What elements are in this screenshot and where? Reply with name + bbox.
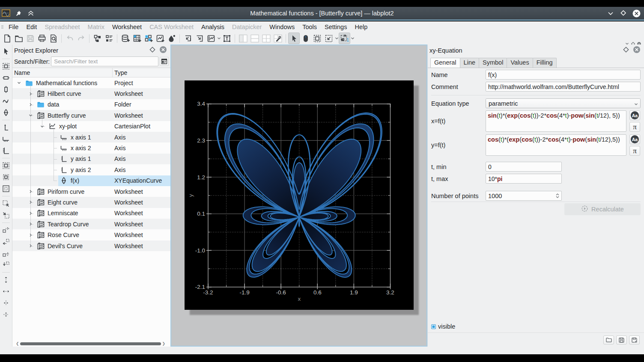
expand-arrow-icon[interactable] — [27, 200, 33, 204]
shift-up-button[interactable] — [1, 248, 11, 258]
tree-horizontal-scrollbar[interactable]: ❮ ❯ — [15, 342, 166, 345]
save-button[interactable] — [24, 33, 36, 44]
comment-input[interactable]: http://mathworld.wolfram.com/ButterflyCu… — [486, 82, 641, 92]
redo-button[interactable] — [75, 33, 87, 44]
tree-row-rose-curve[interactable]: Rose CurveWorksheet — [12, 229, 170, 240]
xy-curve-button[interactable] — [1, 96, 11, 106]
new-document-button[interactable] — [1, 33, 13, 44]
layout-horizontal-button[interactable] — [249, 33, 260, 44]
collapse-arrow-icon[interactable] — [16, 81, 22, 85]
shift-right-button[interactable] — [1, 225, 11, 235]
menu-settings[interactable]: Settings — [321, 23, 351, 31]
menu-file[interactable]: File — [5, 23, 22, 31]
search-filter-input[interactable] — [51, 56, 158, 66]
axis-horizontal-ticks-button[interactable] — [1, 134, 11, 144]
tab-line[interactable]: Line — [460, 58, 479, 68]
zoom-one-button[interactable]: 1 — [339, 33, 350, 44]
zoom-fit-selection-button[interactable] — [323, 33, 334, 44]
expand-arrow-icon[interactable] — [27, 222, 33, 226]
import-corner-left-button[interactable] — [182, 33, 194, 44]
float-dock-icon[interactable] — [623, 47, 629, 54]
menu-help[interactable]: Help — [351, 23, 371, 31]
new-worksheet-button[interactable] — [205, 33, 217, 44]
view-details-button[interactable] — [160, 57, 169, 66]
close-dock-icon[interactable] — [633, 46, 641, 55]
zoom-frame-a-button[interactable] — [1, 160, 11, 171]
expand-arrow-icon[interactable] — [27, 244, 33, 248]
new-workbook-button[interactable] — [143, 33, 154, 44]
equation-curve-button[interactable] — [1, 107, 11, 118]
new-spreadsheet-button[interactable] — [119, 33, 131, 44]
tree-header-name[interactable]: Name — [12, 68, 113, 77]
nudge-split-h-button[interactable] — [1, 298, 11, 308]
functions-button[interactable]: π — [629, 122, 640, 132]
tree-row-teardrop-curve[interactable]: Teardrop CurveWorksheet — [12, 219, 170, 229]
points-spinbox[interactable]: 1000 — [486, 191, 562, 201]
print-button[interactable] — [36, 33, 48, 44]
zoom-frame-b-button[interactable] — [1, 172, 11, 182]
tree-header-type[interactable]: Type — [113, 68, 170, 77]
scrollbar-handle[interactable] — [20, 342, 161, 345]
load-template-button[interactable] — [603, 335, 614, 344]
tree-row-f-x-[interactable]: f(x)XYEquationCurve — [12, 175, 170, 186]
tree-row-piriform-curve[interactable]: Piriform curveWorksheet — [12, 186, 170, 197]
chevron-down-icon[interactable] — [350, 33, 355, 44]
tree-row-eight-curve[interactable]: Eight curveWorksheet — [12, 197, 170, 208]
chevron-down-icon[interactable] — [217, 33, 221, 44]
navigate-mouse-button[interactable] — [300, 33, 311, 44]
scroll-left-icon[interactable]: ❮ — [15, 342, 20, 345]
new-plot-button[interactable] — [154, 33, 166, 44]
save-as-template-button[interactable] — [629, 335, 640, 344]
equation-type-combobox[interactable]: parametric — [486, 98, 641, 108]
print-preview-button[interactable] — [48, 33, 59, 44]
name-input[interactable]: f(x) — [486, 70, 641, 80]
select-cursor-button[interactable] — [1, 46, 11, 56]
close-dock-icon[interactable] — [159, 46, 167, 55]
tab-values[interactable]: Values — [507, 58, 533, 68]
layout-vertical-button[interactable] — [237, 33, 249, 44]
layout-grid-button[interactable] — [260, 33, 272, 44]
zoom-frame-c-button[interactable] — [1, 184, 11, 194]
zoom-select-button[interactable] — [311, 33, 323, 44]
open-folder-button[interactable] — [13, 33, 24, 44]
nudge-vertical-button[interactable] — [1, 275, 11, 285]
functions-button[interactable]: π — [629, 146, 640, 156]
tmin-input[interactable]: 0 — [486, 162, 562, 172]
select-frame-button[interactable] — [1, 61, 11, 71]
tmax-input[interactable]: 10*pi — [486, 174, 562, 184]
minimize-button[interactable] — [606, 9, 615, 18]
chevron-down-icon[interactable] — [334, 33, 339, 44]
float-dock-icon[interactable] — [149, 47, 155, 54]
menu-tools[interactable]: Tools — [298, 23, 321, 31]
menu-edit[interactable]: Edit — [22, 23, 41, 31]
tree-row-data[interactable]: dataFolder — [12, 99, 170, 110]
tree-row-y-axis-1[interactable]: y axis 1Axis — [12, 154, 170, 164]
save-template-button[interactable] — [616, 335, 627, 344]
expand-arrow-icon[interactable] — [27, 103, 33, 107]
tree-row-mathematical-functions[interactable]: Mathematical functionsProject — [12, 77, 170, 88]
nudge-split-v-button[interactable] — [1, 309, 11, 320]
shift-down-button[interactable] — [1, 260, 11, 270]
undo-button[interactable] — [64, 33, 75, 44]
tree-row-butterfly-curve[interactable]: Butterfly curveWorksheet — [12, 110, 170, 121]
menu-worksheet[interactable]: Worksheet — [108, 23, 146, 31]
tree-row-lemniscate[interactable]: LemniscateWorksheet — [12, 208, 170, 219]
tree-row-x-axis-2[interactable]: x axis 2Axis — [12, 142, 170, 153]
x-equation-input[interactable]: sin(t)*(exp(cos(t))-2*cos(4*t)-pow(sin(t… — [486, 110, 626, 132]
layout-edit-button[interactable] — [272, 33, 283, 44]
tree-row-hilbert-curve[interactable]: Hilbert curveWorksheet — [12, 88, 170, 99]
y-equation-input[interactable]: cos(t)*(exp(cos(t))-2*cos(4*t)-pow(sin(t… — [486, 134, 626, 156]
recalculate-button[interactable]: Recalculate — [564, 203, 641, 215]
menu-windows[interactable]: Windows — [265, 23, 298, 31]
expand-arrow-icon[interactable] — [27, 92, 33, 96]
collapse-arrow-icon[interactable] — [39, 125, 45, 128]
zoom-corner-out-button[interactable] — [1, 210, 11, 220]
new-subproject-button[interactable] — [92, 33, 103, 44]
resize-horizontal-button[interactable] — [1, 73, 11, 83]
color-drop-button[interactable] — [166, 33, 177, 44]
tab-symbol[interactable]: Symbol — [479, 58, 507, 68]
shift-left-button[interactable] — [1, 237, 11, 247]
expand-arrow-icon[interactable] — [27, 190, 33, 193]
visible-checkbox[interactable] — [431, 324, 436, 329]
menu-analysis[interactable]: Analysis — [197, 23, 228, 31]
